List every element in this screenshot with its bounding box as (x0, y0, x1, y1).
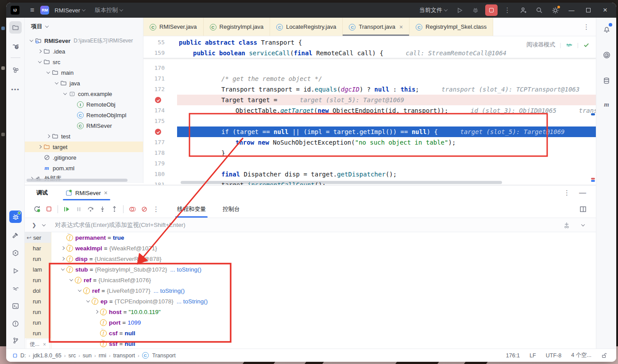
breakpoint-icon[interactable] (155, 129, 161, 135)
crumb-1[interactable]: jdk1.8.0_65 (33, 353, 62, 359)
more-icon[interactable]: ⋮ (501, 4, 514, 16)
project-folder-icon[interactable] (9, 21, 22, 34)
settings-icon[interactable] (549, 4, 561, 16)
evaluate-bar[interactable]: ❯ 对表达式求值(Enter)或添加监视(Ctrl+Shift+Enter) (25, 218, 596, 232)
tab-transport-java[interactable]: CTransport.java× (343, 18, 409, 36)
code-line-170[interactable]: 170 (143, 63, 596, 73)
debug-icon[interactable] (9, 211, 22, 223)
variable-ref[interactable]: fref={UnicastRef@1076} (51, 275, 596, 285)
tab-locateregistry-java[interactable]: CLocateRegistry.java (270, 18, 343, 36)
debug-icon[interactable] (469, 4, 482, 16)
step-over-icon[interactable] (85, 203, 97, 215)
variable-port[interactable]: fport=1099 (51, 317, 596, 328)
vcs-widget[interactable]: 版本控制 (95, 6, 123, 14)
layout-icon[interactable] (577, 203, 589, 215)
tostring-link[interactable]: ... toString() (177, 298, 208, 305)
code-line-159[interactable]: 159public boolean serviceCall(final Remo… (143, 48, 596, 58)
indent-setting[interactable]: 4 个空... (571, 352, 591, 359)
add-inline-watch-icon[interactable] (563, 222, 570, 229)
ai-highlight-icon[interactable] (566, 41, 573, 48)
tree-item-rmisever[interactable]: CRMISever (25, 120, 143, 131)
code-line-178[interactable]: 178} (143, 148, 596, 158)
crumb-3[interactable]: sun (83, 353, 92, 359)
code-line-173[interactable]: Target target = target (slot_5): Target@… (143, 95, 596, 105)
code-line-174[interactable]: 174ObjectTable.getTarget(new ObjectEndpo… (143, 105, 596, 116)
dots-icon[interactable]: ••• (9, 83, 22, 96)
mute-breakpoints-icon[interactable] (138, 203, 150, 215)
crumb-5[interactable]: transport (113, 353, 135, 359)
search-icon[interactable] (533, 4, 545, 16)
crumb-0[interactable]: D: (20, 353, 26, 359)
breadcrumb[interactable]: D:›jdk1.8.0_65›src›sun›rmi›transport›CTr… (12, 352, 176, 359)
crumb-2[interactable]: src (68, 353, 76, 359)
run-config-selector[interactable]: 当前文件 (419, 6, 447, 14)
tree-item-target[interactable]: target (25, 142, 143, 152)
variable-ref[interactable]: fref={LiveRef@1077}... toString() (51, 285, 596, 296)
close-icon[interactable]: × (399, 23, 403, 31)
run-icon[interactable] (453, 4, 466, 16)
code-line-176[interactable]: if (target == null || (impl = target.get… (143, 126, 596, 137)
tab-rmisever-java[interactable]: CRMISever.java (143, 18, 204, 36)
crumb-4[interactable]: rmi (99, 353, 106, 359)
tree-item-remoteobjimpl[interactable]: CRemoteObjImpl (25, 110, 143, 120)
add-user-icon[interactable] (517, 4, 529, 16)
tree-item--gitignore[interactable]: .gitignore (25, 152, 143, 163)
variable-ep[interactable]: fep={TCPEndpoint@1078}... toString() (51, 296, 596, 307)
chevron-down-icon[interactable] (581, 222, 585, 226)
pause-icon[interactable] (73, 203, 85, 215)
breakpoint-icon[interactable] (155, 97, 161, 103)
resume-icon[interactable] (61, 203, 73, 215)
database-icon[interactable] (600, 74, 613, 87)
tree-item-test[interactable]: test (25, 131, 143, 142)
chevron-down-icon[interactable] (42, 222, 46, 226)
line-ending[interactable]: LF (529, 353, 536, 359)
lock-icon[interactable] (601, 353, 607, 359)
rerun-icon[interactable] (31, 203, 43, 215)
evaluate-input[interactable]: 对表达式求值(Enter)或添加监视(Ctrl+Shift+Enter) (55, 221, 185, 229)
file-encoding[interactable]: UTF-8 (546, 353, 561, 359)
crumb-6[interactable]: Transport (152, 353, 176, 359)
frame-row[interactable]: run (25, 253, 51, 264)
services-icon[interactable] (9, 247, 22, 259)
tree-item-remoteobj[interactable]: IRemoteObj (25, 99, 143, 110)
tree-item-src[interactable]: src (25, 57, 143, 67)
maximize-button[interactable] (582, 4, 595, 16)
frame-row[interactable]: lam (25, 264, 51, 275)
code-line-179[interactable]: 179 (143, 158, 596, 169)
step-out-icon[interactable] (108, 203, 120, 215)
variable-host[interactable]: fhost="10.0.0.119" (51, 307, 596, 317)
project-widget[interactable]: RM RMISever (40, 6, 85, 15)
frame-row[interactable]: run (25, 328, 51, 338)
tostring-link[interactable]: ... toString() (154, 287, 185, 294)
code-line-177[interactable]: 177throw new NoSuchObjectException("no s… (143, 137, 596, 148)
variable-csf[interactable]: fcsf=null (51, 328, 596, 338)
tree-item-main[interactable]: main (25, 67, 143, 78)
frame-row[interactable]: run (25, 296, 51, 307)
git-branch-icon[interactable] (9, 334, 22, 347)
help-ai-icon[interactable]: ? (9, 40, 22, 52)
code-line-172[interactable]: 172Transport transport = id.equals(dgcID… (143, 84, 596, 95)
close-icon[interactable]: × (104, 189, 108, 196)
project-panel-header[interactable]: 项目 (25, 18, 143, 35)
problems-icon[interactable] (9, 318, 22, 330)
expand-icon[interactable]: ❯ (32, 222, 36, 228)
hide-panel-icon[interactable]: — (579, 189, 586, 197)
tree-item-rmisever[interactable]: RMISeverD:\javaEE练习\RMISever (25, 35, 143, 46)
more-icon[interactable]: ⋮ (577, 23, 596, 31)
frame-row[interactable]: run (25, 317, 51, 328)
caret-position[interactable]: 176:1 (506, 353, 520, 359)
ai-assistant-icon[interactable] (600, 49, 613, 61)
variable-ssf[interactable]: fssf=null (51, 338, 596, 349)
build-hammer-icon[interactable] (9, 229, 22, 241)
maven-icon[interactable]: m (600, 98, 613, 111)
more-icon[interactable]: ⋮ (564, 189, 570, 197)
debug-session-tab[interactable]: RMISever × (63, 185, 110, 200)
tree-item--idea[interactable]: .idea (25, 46, 143, 57)
stripe-error-mark[interactable] (591, 178, 595, 180)
terminal-icon[interactable] (9, 300, 22, 312)
reader-mode-link[interactable]: 阅读器模式 (526, 41, 555, 49)
more-icon[interactable]: ⋮ (150, 203, 162, 215)
inspections-ok-icon[interactable] (583, 42, 590, 48)
tostring-link[interactable]: ... toString() (170, 266, 201, 273)
tab-registryimpl-java[interactable]: CRegistryImpl.java (204, 18, 270, 36)
